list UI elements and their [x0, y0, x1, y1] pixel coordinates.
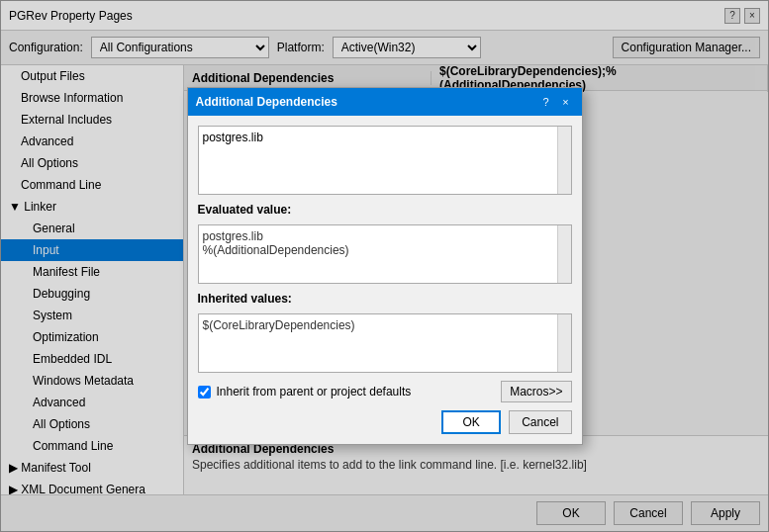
modal-ok-button[interactable]: OK — [441, 410, 501, 434]
evaluated-scrollbar[interactable] — [557, 225, 571, 283]
inherited-value-text: $(CoreLibraryDependencies) — [199, 314, 571, 336]
inherit-checkbox-label[interactable]: Inherit from parent or project defaults — [198, 385, 412, 399]
inherit-checkbox-row: Inherit from parent or project defaults … — [198, 381, 572, 402]
modal-ok-cancel-row: OK Cancel — [198, 410, 572, 434]
modal-title-bar: Additional Dependencies ? × — [188, 88, 582, 116]
modal-cancel-button[interactable]: Cancel — [509, 410, 571, 434]
modal-body: postgres.lib Evaluated value: postgres.l… — [188, 116, 582, 444]
inherit-checkbox-text: Inherit from parent or project defaults — [217, 385, 412, 399]
evaluated-value-wrap: postgres.lib%(AdditionalDependencies) — [198, 224, 572, 284]
modal-close-button[interactable]: × — [558, 94, 574, 110]
inherited-scrollbar[interactable] — [557, 314, 571, 372]
inherited-label: Inherited values: — [198, 292, 572, 306]
modal-help-button[interactable]: ? — [538, 94, 554, 110]
inherited-value-wrap: $(CoreLibraryDependencies) — [198, 313, 572, 373]
macros-button[interactable]: Macros>> — [501, 381, 571, 402]
modal-input-textarea[interactable]: postgres.lib — [199, 127, 571, 194]
modal-overlay: Additional Dependencies ? × postgres.lib… — [0, 0, 769, 532]
inherit-checkbox[interactable] — [198, 386, 211, 399]
additional-dependencies-dialog: Additional Dependencies ? × postgres.lib… — [187, 87, 583, 445]
modal-input-wrap: postgres.lib — [198, 126, 572, 195]
modal-input-scrollbar[interactable] — [557, 127, 571, 194]
modal-title: Additional Dependencies — [196, 95, 337, 109]
modal-title-controls: ? × — [538, 94, 574, 110]
evaluated-value-text: postgres.lib%(AdditionalDependencies) — [199, 225, 571, 261]
evaluated-label: Evaluated value: — [198, 203, 572, 217]
